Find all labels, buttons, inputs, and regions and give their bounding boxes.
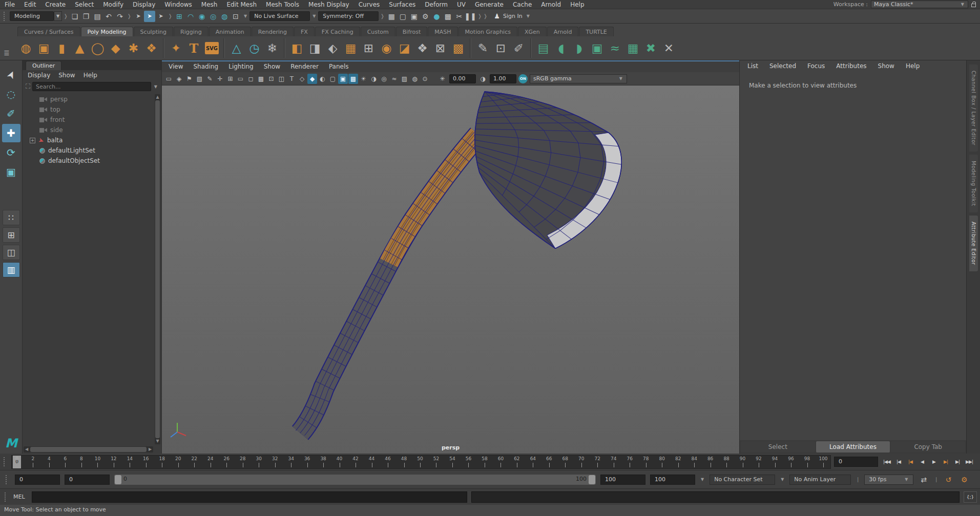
- expand-icon[interactable]: +: [30, 138, 35, 143]
- uv-editor-icon[interactable]: ✕: [660, 39, 677, 57]
- ae-menu-focus[interactable]: Focus: [803, 61, 829, 71]
- outliner-item-side[interactable]: side: [23, 125, 154, 135]
- open-scene-icon[interactable]: ❐: [80, 11, 92, 22]
- fps-select[interactable]: 30 fps ▼: [864, 475, 913, 485]
- undo-icon[interactable]: ↶: [103, 11, 114, 22]
- pause-viewport-icon[interactable]: ❚❚: [465, 11, 476, 22]
- shelf-tab-curves-surfaces[interactable]: Curves / Surfaces: [17, 27, 80, 36]
- shelf-menu-icon[interactable]: ☰: [2, 49, 11, 57]
- menu-generate[interactable]: Generate: [470, 0, 508, 9]
- platonic-solid-icon[interactable]: ❖: [143, 39, 160, 57]
- resolution-gate-icon[interactable]: ◻: [246, 74, 256, 84]
- lighting-toggle-icon[interactable]: ☀: [359, 74, 368, 84]
- scroll-down-icon[interactable]: ▼: [155, 438, 160, 444]
- menu-windows[interactable]: Windows: [160, 0, 197, 9]
- step-forward-key-button[interactable]: ▶|: [940, 456, 951, 467]
- uv-cylindrical-icon[interactable]: ◖: [553, 39, 570, 57]
- sign-in-button[interactable]: ♟ Sign In ▼: [489, 12, 536, 20]
- camera-lock-icon[interactable]: ◈: [174, 74, 184, 84]
- uv-layout-icon[interactable]: ▦: [624, 39, 641, 57]
- shelf-tab-arnold[interactable]: Arnold: [547, 27, 579, 36]
- lock-workspace-icon[interactable]: [971, 4, 976, 7]
- snap-to-projected-center-icon[interactable]: ◎: [207, 11, 219, 22]
- chevron-down-icon[interactable]: ▼: [311, 14, 317, 18]
- viewport-menu-lighting[interactable]: Lighting: [224, 61, 258, 72]
- menu-display[interactable]: Display: [128, 0, 160, 9]
- play-forward-button[interactable]: ▶: [928, 456, 940, 467]
- lasso-tool-button[interactable]: ◌: [2, 85, 20, 103]
- wireframe-icon[interactable]: ◇: [297, 74, 307, 84]
- outliner-item-front[interactable]: front: [23, 115, 154, 125]
- zero-transforms-icon[interactable]: ❄: [264, 39, 281, 57]
- grease-pencil-icon[interactable]: ✎: [205, 74, 215, 84]
- ae-menu-attributes[interactable]: Attributes: [831, 61, 871, 71]
- section-divider[interactable]: ❭: [380, 12, 384, 20]
- paint-effects-icon[interactable]: ✂: [453, 11, 465, 22]
- live-surface-field[interactable]: No Live Surface: [249, 11, 310, 21]
- expand-collapse-icon[interactable]: ⛶: [26, 82, 30, 91]
- poly-disc-icon[interactable]: ✱: [125, 39, 142, 57]
- combine-icon[interactable]: ◧: [288, 39, 305, 57]
- menu-cache[interactable]: Cache: [508, 0, 536, 9]
- poly-sphere-icon[interactable]: ◍: [17, 39, 34, 57]
- bounding-box-icon[interactable]: ▢: [328, 74, 338, 84]
- shelf-tab-animation[interactable]: Animation: [209, 27, 251, 36]
- exposure-field[interactable]: 0.00: [449, 74, 476, 83]
- outliner-item-persp[interactable]: persp: [23, 94, 154, 104]
- boolean-icon[interactable]: ⊠: [432, 39, 449, 57]
- grid-toggle-icon[interactable]: ⊞: [225, 74, 235, 84]
- playback-end-field[interactable]: 100: [600, 475, 645, 485]
- textured-icon[interactable]: ▣: [338, 74, 348, 84]
- horizontal-scrollbar[interactable]: ◀ ▶: [24, 446, 153, 453]
- multi-cut-icon[interactable]: ✎: [474, 39, 491, 57]
- shelf-tab-rendering[interactable]: Rendering: [252, 27, 294, 36]
- safe-action-icon[interactable]: ◫: [277, 74, 286, 84]
- uv-cut-sew-icon[interactable]: ✖: [642, 39, 659, 57]
- anti-alias-icon[interactable]: ▨: [400, 74, 409, 84]
- sphere-morph-icon[interactable]: ▩: [450, 39, 467, 57]
- ae-menu-help[interactable]: Help: [901, 61, 924, 71]
- make-object-live-icon[interactable]: ◍: [219, 11, 230, 22]
- drag-handle[interactable]: [5, 492, 8, 502]
- ambient-occlusion-icon[interactable]: ◎: [379, 74, 389, 84]
- ae-menu-selected[interactable]: Selected: [765, 61, 801, 71]
- gate-mask-icon[interactable]: ▩: [256, 74, 266, 84]
- character-set-select[interactable]: No Character Set: [710, 475, 775, 485]
- uv-contour-stretch-icon[interactable]: ≈: [607, 39, 623, 57]
- drag-handle[interactable]: [4, 12, 7, 21]
- copy-tab-button[interactable]: Copy Tab: [891, 441, 965, 453]
- symmetry-field[interactable]: Symmetry: Off: [318, 11, 379, 21]
- shelf-tab-sculpting[interactable]: Sculpting: [134, 27, 173, 36]
- layout-four-view-button[interactable]: ⊞: [3, 227, 20, 243]
- render-settings-icon[interactable]: ⚙: [420, 11, 431, 22]
- chevron-down-icon[interactable]: ▼: [243, 14, 248, 18]
- ipr-render-icon[interactable]: ▣: [408, 11, 420, 22]
- viewport-menu-view[interactable]: View: [164, 61, 187, 72]
- viewport-menu-panels[interactable]: Panels: [324, 61, 353, 72]
- outliner-item-defaultobjectset[interactable]: defaultObjectSet: [23, 156, 154, 166]
- shelf-tab-mash[interactable]: MASH: [428, 27, 457, 36]
- isolate-select-icon[interactable]: ⊙: [420, 74, 430, 84]
- chevron-down-icon[interactable]: ▼: [700, 477, 705, 482]
- step-forward-frame-button[interactable]: ▶|: [952, 456, 963, 467]
- shelf-tab-rigging[interactable]: Rigging: [174, 27, 208, 36]
- scrollbar-thumb[interactable]: [155, 100, 160, 438]
- image-plane-icon[interactable]: ▧: [195, 74, 204, 84]
- section-divider[interactable]: ❭: [127, 12, 131, 20]
- viewport-menu-shading[interactable]: Shading: [189, 61, 223, 72]
- menu-help[interactable]: Help: [566, 0, 589, 9]
- outliner-menu-display[interactable]: Display: [28, 72, 50, 79]
- new-scene-icon[interactable]: ❏: [69, 11, 80, 22]
- script-editor-icon[interactable]: {;}: [964, 491, 977, 503]
- step-back-frame-button[interactable]: |◀: [893, 456, 904, 467]
- outliner-item-balta[interactable]: +➤balta: [23, 135, 154, 145]
- shelf-tab-motion-graphics[interactable]: Motion Graphics: [458, 27, 517, 36]
- shelf-tab-turtle[interactable]: TURTLE: [579, 27, 613, 36]
- quad-draw-icon[interactable]: ✐: [510, 39, 527, 57]
- xray-icon[interactable]: ◍: [410, 74, 420, 84]
- paint-select-tool-button[interactable]: ✐: [2, 104, 20, 123]
- save-scene-icon[interactable]: ▤: [92, 11, 103, 22]
- shelf-tab-fx[interactable]: FX: [294, 27, 315, 36]
- menu-deform[interactable]: Deform: [420, 0, 452, 9]
- separate-icon[interactable]: ◨: [306, 39, 323, 57]
